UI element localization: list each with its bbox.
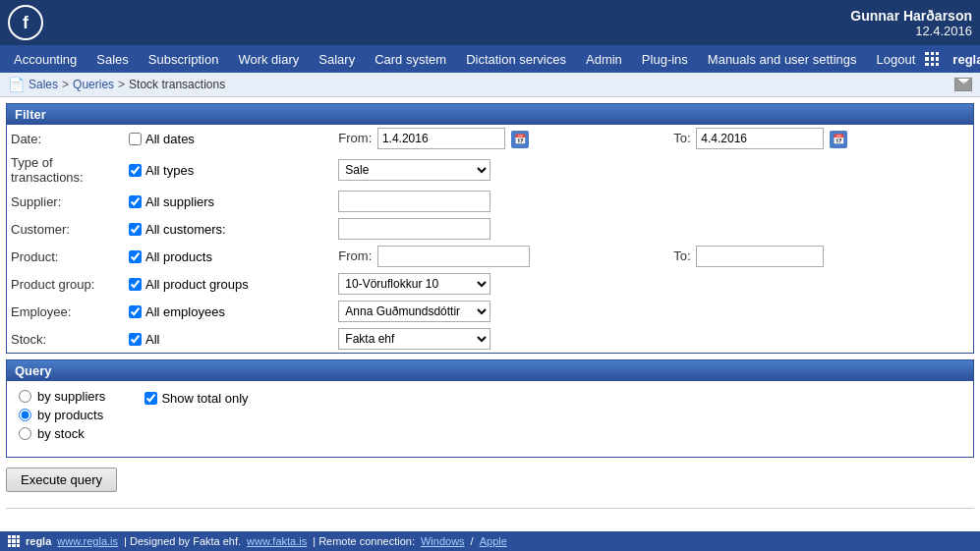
nav-work-diary[interactable]: Work diary — [228, 48, 309, 71]
nav-accounting[interactable]: Accounting — [4, 48, 86, 71]
employee-check-cell: All employees — [125, 298, 334, 325]
nav-salary[interactable]: Salary — [309, 48, 365, 71]
footer-fakta-link[interactable]: www.fakta.is — [247, 535, 307, 544]
product-group-select[interactable]: 10-Vöruflokkur 10 — [338, 273, 490, 295]
nav-sales[interactable]: Sales — [86, 48, 139, 71]
footer-windows-link[interactable]: Windows — [421, 535, 465, 544]
query-radio-group: by suppliers by products by stock — [19, 389, 105, 441]
regla-grid-icon — [925, 52, 939, 66]
date-to-input[interactable] — [696, 128, 824, 149]
customer-input[interactable] — [338, 218, 490, 240]
brand-name: regla — [943, 48, 980, 71]
employee-select[interactable]: Anna Guðmundsdóttir — [338, 301, 490, 322]
all-types-checkbox[interactable] — [129, 164, 142, 177]
show-total-checkbox[interactable] — [144, 392, 157, 405]
execute-query-button[interactable]: Execute query — [6, 468, 117, 492]
date-row: Date: All dates From: 📅 To: 📅 — [7, 125, 973, 152]
supplier-input-cell — [334, 188, 662, 215]
nav-admin[interactable]: Admin — [576, 48, 632, 71]
all-stock-checkbox[interactable] — [129, 333, 142, 346]
product-check-cell: All products — [125, 243, 334, 270]
all-suppliers-text: All suppliers — [145, 194, 214, 209]
all-employees-text: All employees — [145, 304, 225, 319]
show-total-label[interactable]: Show total only — [144, 391, 248, 406]
footer-apple-link[interactable]: Apple — [480, 535, 507, 544]
nav-plugins[interactable]: Plug-ins — [632, 48, 698, 71]
regla-brand: regla — [925, 48, 980, 71]
by-suppliers-radio[interactable] — [19, 390, 31, 403]
stock-select[interactable]: Fakta ehf — [338, 328, 490, 350]
by-products-radio[interactable] — [19, 409, 31, 421]
all-dates-text: All dates — [145, 132, 195, 146]
all-suppliers-label[interactable]: All suppliers — [129, 194, 330, 209]
by-suppliers-option[interactable]: by suppliers — [19, 389, 105, 404]
email-icon[interactable]: ✉ — [954, 78, 972, 91]
show-total-cell: Show total only — [144, 389, 248, 406]
query-content: by suppliers by products by stock Show t… — [7, 381, 973, 457]
by-products-option[interactable]: by products — [19, 408, 105, 422]
all-stock-label[interactable]: All — [129, 332, 330, 347]
all-groups-checkbox[interactable] — [129, 278, 142, 291]
footer-regla-link[interactable]: www.regla.is — [57, 535, 118, 544]
all-employees-checkbox[interactable] — [129, 305, 142, 318]
by-stock-radio[interactable] — [19, 427, 31, 440]
all-dates-label[interactable]: All dates — [129, 132, 330, 146]
all-types-text: All types — [145, 163, 194, 178]
nav-manuals[interactable]: Manuals and user settings — [698, 48, 867, 71]
supplier-check-cell: All suppliers — [125, 188, 334, 215]
all-stock-text: All — [145, 332, 159, 347]
product-group-empty — [662, 270, 973, 298]
footer-remote-text: | Remote connection: — [313, 535, 415, 544]
filter-table: Date: All dates From: 📅 To: 📅 — [7, 125, 973, 353]
all-groups-label[interactable]: All product groups — [129, 277, 330, 292]
filter-header: Filter — [7, 104, 973, 125]
date-to-calendar-icon[interactable]: 📅 — [830, 131, 847, 148]
by-stock-option[interactable]: by stock — [19, 426, 105, 441]
product-group-dropdown-cell: 10-Vöruflokkur 10 — [334, 270, 662, 298]
employee-row: Employee: All employees Anna Guðmundsdót… — [7, 298, 973, 325]
all-suppliers-checkbox[interactable] — [129, 195, 142, 208]
supplier-row: Supplier: All suppliers — [7, 188, 973, 215]
breadcrumb-sales[interactable]: Sales — [29, 78, 58, 91]
nav-subscription[interactable]: Subscription — [139, 48, 229, 71]
footer-designed-by: | Designed by Fakta ehf. — [124, 535, 241, 544]
nav-card-system[interactable]: Card system — [365, 48, 456, 71]
all-dates-checkbox[interactable] — [129, 133, 142, 145]
query-header: Query — [7, 360, 973, 381]
show-total-text: Show total only — [161, 391, 248, 406]
user-name: Gunnar Harðarson — [850, 8, 972, 24]
employee-dropdown-cell: Anna Guðmundsdóttir — [334, 298, 662, 325]
app-logo[interactable]: f — [8, 5, 43, 40]
all-customers-label[interactable]: All customers: — [129, 222, 330, 237]
breadcrumb-queries[interactable]: Queries — [73, 78, 114, 91]
product-to-input[interactable] — [696, 246, 824, 267]
date-from-calendar-icon[interactable]: 📅 — [511, 131, 529, 148]
employee-label: Employee: — [7, 298, 125, 325]
product-to-cell: To: — [662, 243, 973, 270]
transaction-type-select[interactable]: Sale — [338, 159, 490, 181]
product-from-input[interactable] — [377, 246, 530, 267]
to-label: To: — [673, 131, 690, 145]
all-customers-checkbox[interactable] — [129, 223, 142, 236]
product-from-label: From: — [338, 248, 372, 263]
date-from-cell: From: 📅 — [334, 125, 662, 152]
logo-letter: f — [23, 13, 29, 33]
nav-dictation[interactable]: Dictation services — [456, 48, 576, 71]
date-all-cell: All dates — [125, 125, 334, 152]
nav-logout[interactable]: Logout — [867, 48, 926, 71]
all-employees-label[interactable]: All employees — [129, 304, 330, 319]
filter-section: Filter Date: All dates From: 📅 To: — [6, 103, 974, 354]
date-from-input[interactable] — [377, 128, 505, 149]
all-products-label[interactable]: All products — [129, 249, 330, 264]
all-types-label[interactable]: All types — [129, 163, 330, 178]
nav-bar: Accounting Sales Subscription Work diary… — [0, 45, 980, 73]
stock-dropdown-cell: Fakta ehf — [334, 325, 662, 353]
customer-empty — [662, 215, 973, 243]
transaction-type-row: Type of transactions: All types Sale — [7, 152, 973, 188]
breadcrumb-sep-1: > — [62, 78, 69, 91]
date-display: 12.4.2016 — [850, 24, 972, 38]
date-label: Date: — [7, 125, 125, 152]
supplier-label: Supplier: — [7, 188, 125, 215]
all-products-checkbox[interactable] — [129, 250, 142, 263]
supplier-input[interactable] — [338, 191, 490, 212]
